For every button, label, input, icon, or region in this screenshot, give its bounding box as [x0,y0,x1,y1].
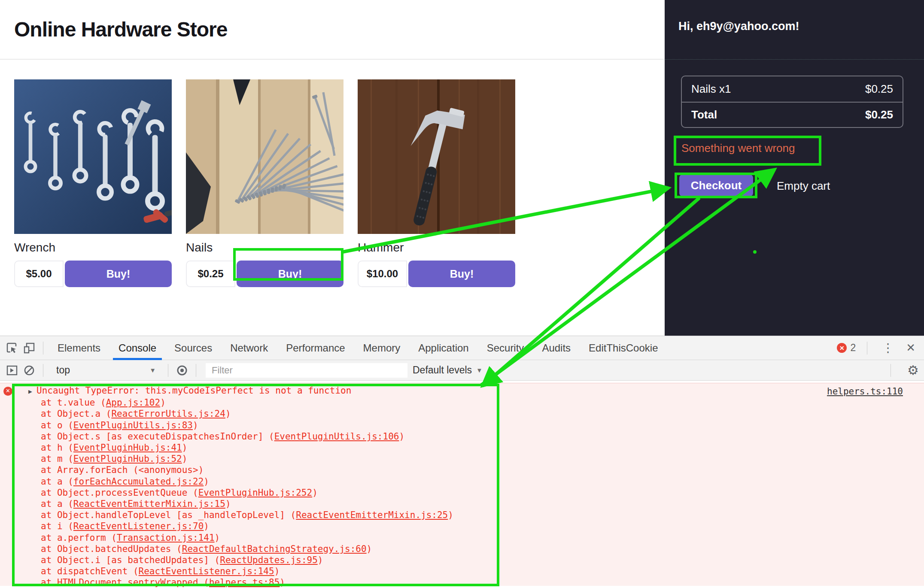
chevron-down-icon: ▼ [149,367,156,374]
stack-frame: at i (ReactEventListener.js:70) [41,521,924,532]
console-error-entry: ✕ ▶Uncaught TypeError: this.myCodeIsPerf… [0,383,924,586]
cart-sidebar: Hi, eh9y@yahoo.com! Nails x1 $0.25 Total… [665,0,924,336]
buy-row: $5.00Buy! [14,261,172,287]
error-source-link[interactable]: helpers.ts:110 [827,386,903,397]
product-name: Hammer [358,241,515,255]
stack-file-link[interactable]: ReactErrorUtils.js:24 [111,409,225,419]
clear-console-icon[interactable] [21,362,38,379]
stack-file-link[interactable]: forEachAccumulated.js:22 [73,476,204,487]
error-circle-icon: ✕ [3,387,12,396]
tab-security[interactable]: Security [478,336,533,360]
stack-file-link[interactable]: ReactEventEmitterMixin.js:25 [296,510,448,520]
stack-file-link[interactable]: Transaction.js:141 [117,533,215,543]
product-card: Wrench$5.00Buy! [14,79,172,287]
stack-file-link[interactable]: ReactEventEmitterMixin.js:15 [73,499,225,509]
console-settings-gear-icon[interactable]: ⚙ [907,363,919,378]
stack-file-link[interactable]: App.js:102 [106,397,160,408]
product-grid: Wrench$5.00Buy! [0,60,665,287]
tab-console[interactable]: Console [109,336,165,360]
buy-button[interactable]: Buy! [408,261,515,287]
stack-frame: at a (ReactEventEmitterMixin.js:15) [41,498,924,509]
buy-button[interactable]: Buy! [65,261,172,287]
stack-file-link[interactable]: ReactEventListener.js:70 [73,521,204,531]
stack-trace: at t.value (App.js:102)at Object.a (Reac… [41,397,924,588]
stack-frame: at t.value (App.js:102) [41,397,924,408]
product-price: $10.00 [358,261,407,287]
console-toolbar: top ▼ Default levels ▼ ⚙ [0,360,924,381]
cart-total-label: Total [691,108,717,121]
product-image-hammer [358,79,515,234]
stack-file-link[interactable]: ReactUpdates.js:95 [220,555,318,565]
tab-audits[interactable]: Audits [533,336,580,360]
checkout-error-message: Something went wrong [681,142,812,155]
stack-frame: at dispatchEvent (ReactEventListener.js:… [41,566,924,577]
cart-item-label: Nails x1 [691,82,731,96]
product-name: Nails [186,241,343,255]
log-levels-select[interactable]: Default levels ▼ [413,364,483,376]
product-name: Wrench [14,241,172,255]
stack-frame: at Object.s [as executeDispatchesInOrder… [41,431,924,442]
stack-frame: at m (EventPluginHub.js:52) [41,453,924,464]
expand-caret-icon[interactable]: ▶ [28,388,32,395]
page-title: Online Hardware Store [14,18,227,41]
tab-application[interactable]: Application [409,336,477,360]
error-count-badge[interactable]: ✕ 2 [837,342,856,354]
tab-network[interactable]: Network [221,336,277,360]
stack-file-link[interactable]: EventPluginHub.js:252 [198,488,313,498]
product-price: $0.25 [186,261,235,287]
product-card: Hammer$10.00Buy! [358,79,515,287]
devtools-tab-bar: ElementsConsoleSourcesNetworkPerformance… [0,336,924,360]
empty-cart-link[interactable]: Empty cart [777,179,830,193]
stack-file-link[interactable]: ReactDefaultBatchingStrategy.js:60 [182,544,367,554]
stack-frame: at Array.forEach (<anonymous>) [41,464,924,476]
stack-file-link[interactable]: helpers.ts:85 [209,577,280,588]
checkout-button[interactable]: Checkout [679,175,753,196]
product-price: $5.00 [14,261,64,287]
devtools-panel: ElementsConsoleSourcesNetworkPerformance… [0,336,924,588]
toolbar-divider [867,342,867,355]
cart-total-price: $0.25 [865,108,893,121]
user-greeting: Hi, eh9y@yahoo.com! [678,20,799,33]
stack-file-link[interactable]: ReactEventListener.js:145 [139,566,274,576]
toolbar-divider [43,364,43,377]
stack-frame: at Object.a (ReactErrorUtils.js:24) [41,408,924,419]
tab-memory[interactable]: Memory [354,336,410,360]
stack-frame: at a (forEachAccumulated.js:22) [41,476,924,487]
console-messages-area: ✕ ▶Uncaught TypeError: this.myCodeIsPerf… [0,381,924,588]
store-page: Online Hardware Store [0,0,665,336]
live-expression-eye-icon[interactable] [173,362,191,379]
buy-row: $0.25Buy! [186,261,343,287]
close-devtools-icon[interactable]: ✕ [903,341,918,355]
console-filter-input[interactable] [206,363,407,378]
device-toolbar-icon[interactable] [21,339,38,357]
console-error-message: ▶Uncaught TypeError: this.myCodeIsPerfec… [28,385,924,397]
product-card: Nails$0.25Buy! [186,79,343,287]
stack-frame: at Object.handleTopLevel [as _handleTopL… [41,509,924,521]
stack-file-link[interactable]: EventPluginHub.js:41 [73,443,182,453]
store-header: Online Hardware Store [0,0,665,60]
buy-button[interactable]: Buy! [237,261,343,287]
stack-file-link[interactable]: EventPluginUtils.js:106 [274,431,399,442]
cart-item-row: Nails x1 $0.25 [682,76,903,102]
stack-frame: at o (EventPluginUtils.js:83) [41,420,924,431]
inspect-element-icon[interactable] [3,339,21,357]
devtools-right-controls: ✕ 2 ⋮ ✕ [837,341,918,355]
stack-file-link[interactable]: EventPluginHub.js:52 [73,454,182,464]
console-sidebar-toggle-icon[interactable] [3,362,21,379]
tab-editthiscookie[interactable]: EditThisCookie [580,336,667,360]
stack-frame: at h (EventPluginHub.js:41) [41,442,924,453]
error-count: 2 [850,342,856,354]
cart-item-price: $0.25 [865,82,893,96]
tab-elements[interactable]: Elements [49,336,109,360]
stack-file-link[interactable]: EventPluginUtils.js:83 [73,420,193,430]
page-root: Online Hardware Store [0,0,924,588]
tab-performance[interactable]: Performance [277,336,354,360]
cart-total-row: Total $0.25 [682,102,903,127]
tab-sources[interactable]: Sources [165,336,221,360]
execution-context-select[interactable]: top ▼ [49,364,163,376]
toolbar-divider [43,342,43,355]
error-badge-icon: ✕ [837,343,847,353]
buy-row: $10.00Buy! [358,261,515,287]
stack-frame: at Object.processEventQueue (EventPlugin… [41,487,924,498]
kebab-menu-icon[interactable]: ⋮ [878,341,897,355]
